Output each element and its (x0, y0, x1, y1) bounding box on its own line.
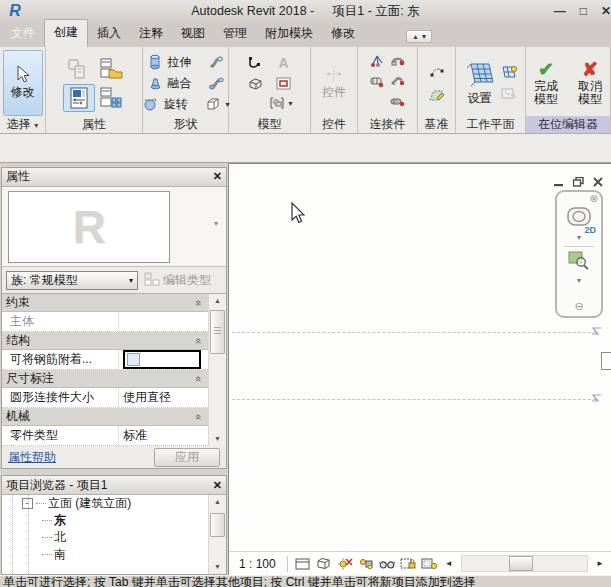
duct-connector-button[interactable] (390, 54, 406, 72)
scroll-down-icon[interactable]: ▼ (209, 560, 226, 574)
horizontal-scrollbar[interactable] (461, 555, 588, 572)
revolve-icon (142, 95, 160, 113)
visual-style-button[interactable] (316, 556, 332, 571)
family-types-button[interactable] (63, 55, 95, 83)
type-selector[interactable]: 族: 常规模型 ▾ (6, 271, 138, 290)
reference-line-button[interactable] (428, 62, 446, 80)
view-minimize-button[interactable] (554, 176, 564, 190)
model-group-dropdown-icon[interactable]: ▾ (288, 99, 292, 108)
ribbon-minimize-button[interactable]: ▲ ▾ (406, 30, 432, 43)
cable-tray-connector-button[interactable] (369, 74, 385, 92)
properties-help-link[interactable]: 属性帮助 (8, 449, 56, 466)
properties-scrollbar[interactable]: ▲ ▼ (208, 294, 226, 446)
scroll-left-icon[interactable]: ◄ (442, 559, 456, 568)
zoom-button[interactable] (567, 249, 591, 274)
cancel-model-button[interactable]: ✘ 取消模型 (573, 60, 607, 107)
workplane-grid-icon (465, 60, 495, 89)
crop-view-button[interactable] (400, 556, 416, 571)
modify-button[interactable]: 修改 (3, 50, 43, 116)
reference-plane-button[interactable] (428, 86, 446, 104)
wheel-dropdown-icon[interactable]: ▾ (577, 233, 581, 242)
maximize-button[interactable]: □ (580, 4, 587, 18)
minimize-button[interactable]: — (554, 4, 566, 18)
show-crop-region-button[interactable] (421, 556, 437, 571)
edit-type-button[interactable]: 编辑类型 (144, 272, 211, 289)
conduit-connector-button[interactable] (390, 74, 406, 92)
property-row-rebar[interactable]: 可将钢筋附着... (2, 350, 208, 370)
browser-scrollbar[interactable]: ▲ ▼ (208, 495, 226, 574)
tab-create[interactable]: 创建 (44, 19, 88, 47)
steering-wheel-button[interactable]: 2D (566, 206, 592, 231)
control-button[interactable]: 控件 (321, 64, 347, 102)
tree-item-east[interactable]: 东 (2, 512, 226, 529)
hide-isolate-button[interactable] (379, 556, 395, 571)
property-row-connector-size[interactable]: 圆形连接件大小 使用直径 (2, 388, 208, 408)
group-mechanical[interactable]: 机械 « (2, 408, 208, 426)
swept-blend-button[interactable] (208, 74, 226, 92)
preview-dropdown-icon[interactable]: ▾ (214, 219, 218, 228)
void-forms-button[interactable] (204, 95, 222, 113)
browser-scroll-thumb[interactable] (210, 513, 225, 537)
shadows-button[interactable] (358, 556, 374, 571)
sun-path-button[interactable] (337, 556, 353, 571)
level-line-1[interactable] (232, 332, 596, 333)
blend-button[interactable]: 融合 (168, 75, 204, 92)
tree-item-north[interactable]: 北 (2, 529, 226, 546)
zoom-dropdown-icon[interactable]: ▾ (577, 276, 581, 285)
scroll-right-icon[interactable]: ► (593, 559, 607, 568)
electrical-connector-button[interactable] (369, 54, 385, 72)
navbar-collapse-icon[interactable]: ⊖ (574, 300, 583, 313)
tab-manage[interactable]: 管理 (214, 21, 256, 47)
family-category-button[interactable] (95, 55, 127, 83)
tree-node-elevations[interactable]: − 立面 (建筑立面) (2, 495, 226, 512)
project-browser-close-icon[interactable]: ✕ (213, 479, 222, 492)
opening-button[interactable] (275, 74, 293, 92)
group-structural[interactable]: 结构 « (2, 332, 208, 350)
group-dimensions[interactable]: 尺寸标注 « (2, 370, 208, 388)
horizontal-scroll-thumb[interactable] (509, 556, 533, 571)
tree-item-south[interactable]: 南 (2, 546, 226, 563)
scale-button[interactable]: 1 : 100 (239, 557, 276, 571)
apply-button[interactable]: 应用 (154, 448, 220, 467)
property-row-host[interactable]: 主体 (2, 312, 208, 332)
finish-model-button[interactable]: ✔ 完成模型 (529, 60, 563, 107)
tab-insert[interactable]: 插入 (88, 21, 130, 47)
tab-annotate[interactable]: 注释 (130, 21, 172, 47)
model-line-button[interactable] (247, 54, 265, 72)
tab-modify[interactable]: 修改 (322, 21, 364, 47)
extrusion-button[interactable]: 拉伸 (168, 54, 204, 71)
scroll-down-icon[interactable]: ▼ (209, 432, 226, 446)
workplane-viewer-button[interactable] (500, 85, 518, 103)
properties-scroll-thumb[interactable] (210, 310, 225, 354)
level-line-2[interactable] (232, 399, 596, 400)
model-group-button[interactable] (268, 94, 286, 112)
model-text-button[interactable]: A (275, 54, 293, 72)
properties-header[interactable]: 属性 ✕ (2, 168, 226, 187)
pipe-connector-button[interactable] (389, 95, 407, 111)
properties-palette-button[interactable] (63, 84, 95, 112)
close-button[interactable]: ✕ (601, 4, 611, 18)
component-button[interactable] (247, 74, 265, 92)
panel-select-label[interactable]: 选择 ▾ (0, 116, 45, 133)
show-workplane-button[interactable] (500, 63, 518, 81)
group-constraints[interactable]: 约束 « (2, 294, 208, 312)
property-row-part-type[interactable]: 零件类型 标准 (2, 426, 208, 446)
sweep-button[interactable] (208, 53, 226, 71)
scroll-up-icon[interactable]: ▲ (209, 495, 226, 509)
revolve-button[interactable]: 旋转 (164, 96, 200, 113)
set-workplane-button[interactable]: 设置 (464, 59, 496, 108)
navbar-close-icon[interactable]: ⊗ (590, 193, 598, 204)
drawing-area[interactable]: ⊗ 2D ▾ ▾ ⊖ (228, 163, 611, 575)
elevation-tag[interactable] (601, 352, 611, 370)
tab-view[interactable]: 视图 (172, 21, 214, 47)
family-parameters-button[interactable] (95, 84, 127, 112)
view-restore-button[interactable] (573, 176, 584, 190)
tab-addins[interactable]: 附加模块 (256, 21, 322, 47)
scroll-up-icon[interactable]: ▲ (209, 294, 226, 308)
project-browser-header[interactable]: 项目浏览器 - 项目1 ✕ (2, 476, 226, 495)
tab-file[interactable]: 文件 (2, 21, 44, 47)
properties-close-icon[interactable]: ✕ (213, 170, 222, 183)
view-close-button[interactable] (593, 176, 603, 190)
detail-level-button[interactable] (295, 556, 311, 571)
rebar-checkbox[interactable] (127, 353, 140, 366)
